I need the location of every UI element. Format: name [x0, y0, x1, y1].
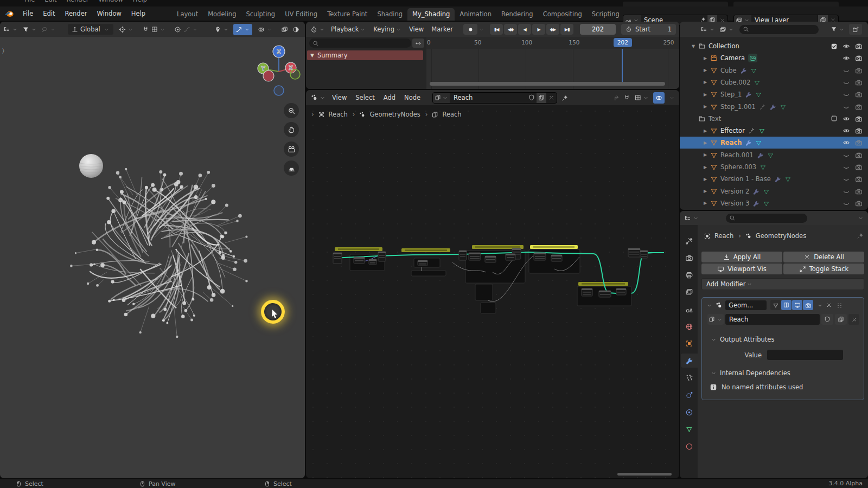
- breadcrumb-object[interactable]: Reach: [714, 232, 733, 240]
- node-editor-scrollbar[interactable]: [617, 473, 672, 476]
- apply-all-button[interactable]: Apply All: [701, 252, 782, 262]
- menu-render[interactable]: Render: [60, 10, 92, 17]
- chevron-down-icon[interactable]: [711, 337, 717, 343]
- selectability-checkbox-icon[interactable]: [831, 115, 838, 122]
- workspace-tab-animation[interactable]: Animation: [455, 8, 496, 21]
- properties-editor[interactable]: Reach › GeometryNodes Apply AllDelete Al…: [680, 211, 868, 478]
- render-visibility-on-icon[interactable]: [855, 42, 863, 50]
- delete-all-button[interactable]: Delete All: [783, 252, 864, 262]
- node-menu-add[interactable]: Add: [379, 94, 400, 101]
- render-visibility-off-icon[interactable]: [855, 200, 863, 207]
- chevron-down-icon[interactable]: [50, 27, 56, 33]
- render-visibility-on-icon[interactable]: [855, 115, 863, 123]
- node-menu-node[interactable]: Node: [400, 94, 425, 101]
- outliner-row-sphere-003[interactable]: ▶Sphere.003: [680, 161, 868, 173]
- add-modifier-button[interactable]: Add Modifier: [701, 278, 864, 290]
- edit-mode-display-toggle[interactable]: [770, 300, 781, 310]
- outliner-row-reach[interactable]: ▶Reach: [680, 137, 868, 149]
- properties-tab-scene[interactable]: [681, 302, 698, 316]
- play-button[interactable]: ▶: [532, 24, 545, 35]
- properties-tab-material[interactable]: [681, 439, 698, 453]
- disclosure-right-icon[interactable]: ▶: [704, 56, 710, 61]
- hide-eye-closed-icon[interactable]: [843, 151, 850, 159]
- render-visibility-off-icon[interactable]: [855, 188, 863, 195]
- nav-grid-button[interactable]: [284, 160, 299, 176]
- object-name[interactable]: Camera: [720, 54, 745, 62]
- properties-tab-output[interactable]: [681, 268, 698, 282]
- disclosure-down-icon[interactable]: ▼: [310, 53, 314, 58]
- workspace-tab-modeling[interactable]: Modeling: [203, 8, 241, 21]
- chevron-down-icon[interactable]: [706, 303, 712, 309]
- render-visibility-on-icon[interactable]: [855, 54, 863, 62]
- object-name[interactable]: Version 3: [720, 200, 749, 207]
- render-visibility-off-icon[interactable]: [855, 79, 863, 86]
- properties-search-input[interactable]: [726, 214, 807, 223]
- disclosure-right-icon[interactable]: ▶: [704, 92, 710, 97]
- menu-file[interactable]: File: [18, 10, 38, 17]
- outliner-row-version-1-base[interactable]: ▶Version 1 - Base: [680, 173, 868, 185]
- hide-eye-closed-icon[interactable]: [843, 188, 850, 195]
- timeline-menu-playback[interactable]: Playback: [327, 25, 369, 33]
- outliner-search-input[interactable]: [739, 25, 819, 34]
- timeline-menu-keying[interactable]: Keying: [369, 25, 405, 33]
- select-mode-button[interactable]: [20, 23, 39, 35]
- viewport-shading-buttons[interactable]: [290, 23, 302, 35]
- browse-node-tree-icon[interactable]: [435, 94, 441, 101]
- properties-tab-modifiers[interactable]: [681, 354, 698, 368]
- object-name[interactable]: Reach: [720, 139, 742, 146]
- show-gizmo-dropdown[interactable]: [212, 23, 231, 35]
- chevron-down-icon[interactable]: [395, 27, 401, 33]
- outliner-row-version-3[interactable]: ▶Version 3: [680, 197, 868, 209]
- value-input[interactable]: [767, 350, 843, 360]
- timeline-menu-view[interactable]: View: [405, 25, 427, 33]
- render-visibility-off-icon[interactable]: [855, 163, 863, 171]
- hide-eye-closed-icon[interactable]: [843, 67, 850, 74]
- workspace-tab-sculpting[interactable]: Sculpting: [241, 8, 280, 21]
- render-visibility-off-icon[interactable]: [855, 175, 863, 183]
- timeline-ruler[interactable]: 050100150250202: [426, 37, 679, 49]
- timeline-menu-marker[interactable]: Marker: [427, 25, 457, 33]
- prev-keyframe-button[interactable]: ◀◆: [504, 24, 517, 35]
- disclosure-right-icon[interactable]: ▶: [704, 104, 710, 109]
- chevron-down-icon[interactable]: [442, 95, 448, 101]
- hide-eye-closed-icon[interactable]: [843, 175, 850, 183]
- chevron-down-icon[interactable]: [192, 27, 198, 33]
- outliner-row-effector[interactable]: ▶Effector: [680, 125, 868, 137]
- overlays-toggle[interactable]: [653, 92, 665, 104]
- toggle-stack-button[interactable]: Toggle Stack: [783, 264, 864, 274]
- properties-tab-tool[interactable]: [681, 234, 698, 248]
- hide-eye-open-icon[interactable]: [843, 139, 850, 146]
- falloff-dropdown[interactable]: [181, 23, 200, 35]
- render-visibility-off-icon[interactable]: [855, 103, 863, 111]
- chevron-down-icon[interactable]: [320, 95, 326, 101]
- new-collection-button[interactable]: [849, 24, 862, 35]
- properties-tab-world[interactable]: [681, 319, 698, 333]
- outliner-row-cube-002[interactable]: ▶Cube.002: [680, 76, 868, 88]
- chevron-down-icon[interactable]: [31, 27, 37, 33]
- timeline-search-input[interactable]: [309, 38, 411, 48]
- render-visibility-off-icon[interactable]: [855, 139, 863, 146]
- current-frame-badge[interactable]: 202: [614, 38, 632, 47]
- play-reverse-button[interactable]: ◀: [518, 24, 531, 35]
- disclosure-right-icon[interactable]: ▶: [704, 129, 710, 133]
- chevron-down-icon[interactable]: [858, 215, 864, 221]
- next-keyframe-button[interactable]: ◆▶: [546, 24, 559, 35]
- current-frame-field[interactable]: 202: [580, 24, 616, 35]
- workspace-tab-compositing[interactable]: Compositing: [538, 8, 587, 21]
- outliner-row-text[interactable]: Text: [680, 113, 868, 125]
- editor-type-dropdown[interactable]: [308, 92, 328, 104]
- outliner-row-step-1-001[interactable]: ▶Step_1.001: [680, 101, 868, 113]
- blender-logo-icon[interactable]: [4, 10, 14, 17]
- chevron-down-icon[interactable]: [319, 27, 325, 33]
- node-tree-name[interactable]: Reach: [450, 93, 527, 103]
- menu-help[interactable]: Help: [126, 10, 150, 17]
- xray-toggle[interactable]: [279, 23, 290, 35]
- outliner-row-camera[interactable]: ▶Camera: [680, 52, 868, 64]
- hide-eye-closed-icon[interactable]: [843, 163, 850, 171]
- new-copy-button[interactable]: [835, 314, 847, 325]
- disclosure-right-icon[interactable]: ▶: [704, 201, 710, 206]
- outliner-row-version-2[interactable]: ▶Version 2: [680, 185, 868, 197]
- object-name[interactable]: Step_1.001: [720, 103, 756, 111]
- chevron-down-icon[interactable]: [244, 27, 250, 33]
- object-name[interactable]: Text: [709, 115, 721, 123]
